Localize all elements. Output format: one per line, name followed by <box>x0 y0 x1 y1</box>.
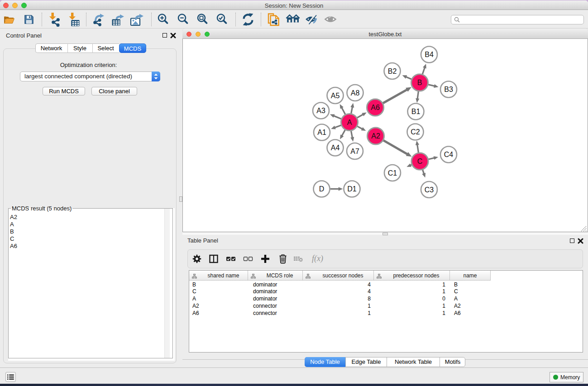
svg-text:D: D <box>319 185 325 193</box>
svg-text:A3: A3 <box>316 107 325 114</box>
svg-text:A8: A8 <box>351 89 360 97</box>
svg-text:B1: B1 <box>411 108 421 115</box>
svg-text:B2: B2 <box>388 67 397 75</box>
svg-text:B: B <box>417 79 422 86</box>
svg-text:A4: A4 <box>331 144 340 152</box>
svg-text:C3: C3 <box>425 186 434 194</box>
svg-text:A1: A1 <box>317 129 326 136</box>
svg-text:B4: B4 <box>425 51 434 58</box>
svg-text:C1: C1 <box>388 169 397 177</box>
svg-text:A7: A7 <box>350 148 359 155</box>
svg-text:C2: C2 <box>411 128 420 136</box>
svg-text:D1: D1 <box>347 185 357 193</box>
svg-text:C: C <box>417 157 423 165</box>
svg-text:A6: A6 <box>371 104 380 111</box>
svg-text:B3: B3 <box>444 86 453 93</box>
svg-text:A2: A2 <box>371 132 380 140</box>
svg-text:A5: A5 <box>331 92 340 100</box>
svg-text:C4: C4 <box>444 151 454 158</box>
svg-text:A: A <box>347 119 352 126</box>
